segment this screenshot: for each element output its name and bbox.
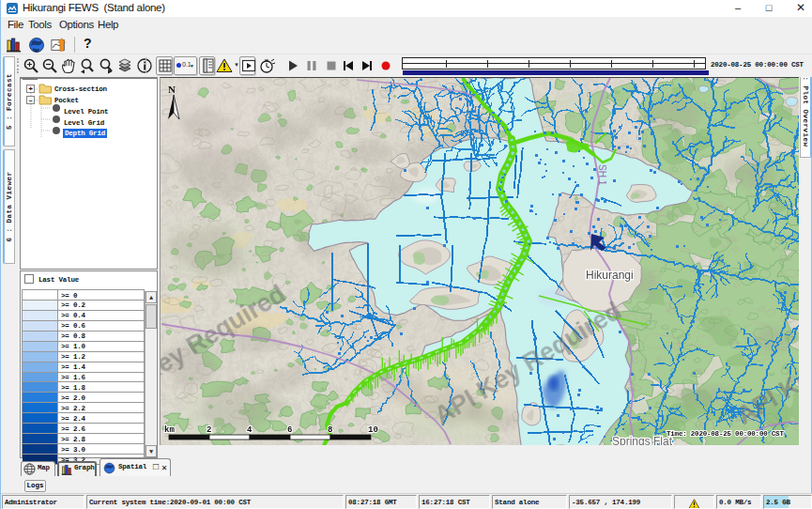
svg-text:6: 6 — [287, 425, 292, 435]
svg-text:SH 1: SH 1 — [597, 164, 607, 186]
svg-text:N: N — [168, 84, 176, 95]
svg-text:Springs Flat: Springs Flat — [612, 435, 673, 445]
svg-text:4: 4 — [247, 425, 253, 435]
svg-text:2: 2 — [207, 425, 211, 435]
svg-text:8: 8 — [328, 425, 332, 435]
svg-text:Time: 2020-08-25 00:00:00 CST: Time: 2020-08-25 00:00:00 CST — [666, 430, 784, 438]
svg-text:km: km — [164, 425, 175, 435]
svg-text:Hikurangi: Hikurangi — [586, 269, 634, 282]
svg-text:10: 10 — [368, 425, 378, 435]
